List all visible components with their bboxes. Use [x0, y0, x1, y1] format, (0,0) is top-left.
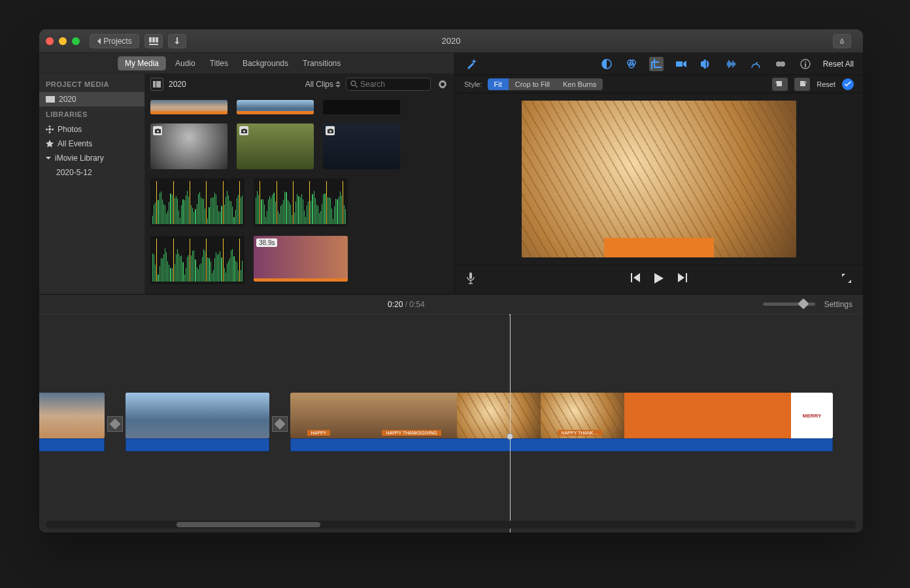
clip-filter-dropdown[interactable]: All Clips: [305, 80, 341, 89]
media-settings-button[interactable]: [436, 78, 449, 91]
camera-icon: [153, 126, 162, 135]
reset-crop-button[interactable]: Reset: [817, 80, 835, 88]
traffic-lights: [46, 37, 80, 45]
reset-all-button[interactable]: Reset All: [823, 59, 854, 69]
svg-rect-16: [469, 272, 472, 279]
magic-wand-icon[interactable]: [464, 57, 479, 71]
media-toolbar: 2020 All Clips Search: [145, 74, 454, 95]
mymedia-segment: My Media: [118, 56, 166, 71]
chevron-down-icon: [46, 155, 51, 161]
media-clip[interactable]: 38.9s: [254, 236, 348, 282]
media-clip[interactable]: [150, 123, 228, 169]
media-audio-clip[interactable]: [254, 178, 348, 227]
media-audio-clip[interactable]: [150, 178, 244, 227]
fullscreen-button[interactable]: [842, 274, 851, 286]
timeline-settings-button[interactable]: Settings: [824, 300, 852, 309]
preview-frame[interactable]: [522, 101, 796, 257]
sidebar-head-libraries: LIBRARIES: [39, 106, 144, 122]
crop-style-segment: Fit Crop to Fill Ken Burns: [488, 78, 603, 90]
microphone-icon: [467, 272, 475, 284]
style-crop[interactable]: Crop to Fill: [509, 78, 556, 90]
tab-transitions[interactable]: Transitions: [303, 59, 341, 68]
library-sidebar: PROJECT MEDIA 2020 LIBRARIES Photos All …: [39, 74, 145, 294]
timeline-header: 0:20 / 0:54 Settings: [39, 295, 863, 314]
play-button[interactable]: [654, 273, 664, 286]
filters-icon[interactable]: [773, 57, 788, 71]
back-label: Projects: [103, 37, 131, 46]
stabilization-icon[interactable]: [674, 57, 688, 71]
title-overlay: [604, 238, 714, 257]
media-audio-clip[interactable]: [150, 236, 244, 284]
crop-tool-icon[interactable]: [649, 57, 664, 71]
import-button[interactable]: [144, 34, 163, 48]
media-clip[interactable]: [150, 100, 228, 114]
speed-icon[interactable]: [749, 57, 763, 71]
sidebar-event-2020-5-12[interactable]: 2020-5-12: [39, 165, 144, 180]
rotate-cw-button[interactable]: [794, 78, 810, 91]
preview-viewer: [455, 93, 863, 265]
media-left-columns: PROJECT MEDIA 2020 LIBRARIES Photos All …: [39, 74, 454, 294]
timeline-track-area[interactable]: HAPPY HAPPY THANKSGIVING HAPPY THANK… ME…: [39, 314, 863, 532]
svg-point-2: [49, 131, 51, 133]
style-label: Style:: [464, 80, 482, 88]
svg-point-0: [48, 128, 51, 131]
minimize-window-button[interactable]: [59, 37, 67, 45]
next-frame-button[interactable]: [678, 273, 687, 286]
color-balance-icon[interactable]: [599, 57, 614, 71]
apply-crop-button[interactable]: [842, 78, 854, 90]
prev-frame-button[interactable]: [631, 273, 640, 286]
noise-reduction-icon[interactable]: [724, 57, 738, 71]
timeline-clip[interactable]: [39, 393, 105, 438]
timeline-clip[interactable]: [126, 393, 269, 438]
style-fit[interactable]: Fit: [488, 78, 509, 90]
info-icon[interactable]: [798, 57, 813, 71]
star-icon: [46, 140, 54, 148]
volume-icon[interactable]: [699, 57, 713, 71]
sidebar-project-2020[interactable]: 2020: [39, 92, 144, 106]
layout-toggle-button[interactable]: [150, 78, 163, 91]
sidebar-head-project: PROJECT MEDIA: [39, 76, 144, 92]
playhead[interactable]: [510, 314, 511, 532]
close-window-button[interactable]: [46, 37, 54, 45]
timeline-scrollbar[interactable]: [46, 521, 856, 529]
fullscreen-window-button[interactable]: [72, 37, 80, 45]
transition-marker[interactable]: [107, 416, 123, 432]
timeline-panel: 0:20 / 0:54 Settings: [39, 295, 863, 532]
playhead-time: 0:20: [388, 300, 403, 309]
tab-audio[interactable]: Audio: [175, 59, 195, 68]
gear-icon: [438, 80, 447, 89]
flower-icon: [46, 125, 54, 133]
back-to-projects-button[interactable]: Projects: [90, 34, 139, 48]
playback-controls: [455, 265, 863, 294]
transition-marker[interactable]: [272, 416, 288, 432]
playhead-anchor: [507, 433, 513, 440]
sort-icon: [335, 81, 341, 88]
media-event-name: 2020: [169, 80, 186, 89]
window-title: 2020: [39, 36, 863, 46]
media-clip[interactable]: [323, 123, 400, 169]
total-duration: 0:54: [409, 300, 424, 309]
tab-my-media[interactable]: My Media: [118, 57, 165, 70]
media-clip[interactable]: [323, 100, 400, 114]
media-clip[interactable]: [237, 123, 314, 169]
project-name-label: 2020: [59, 95, 76, 104]
svg-point-1: [49, 125, 51, 127]
svg-point-4: [52, 129, 54, 131]
download-button[interactable]: [168, 34, 186, 48]
timeline-zoom-slider[interactable]: [763, 302, 815, 306]
share-button[interactable]: [833, 34, 851, 48]
media-clip[interactable]: [237, 100, 314, 114]
record-voiceover-button[interactable]: [467, 272, 475, 287]
sidebar-item-all-events[interactable]: All Events: [39, 137, 144, 151]
timeline-clip[interactable]: HAPPY HAPPY THANKSGIVING HAPPY THANK… ME…: [290, 393, 833, 438]
tab-backgrounds[interactable]: Backgrounds: [243, 59, 288, 68]
inspector-toolbar: Reset All: [455, 53, 863, 75]
style-kenburns[interactable]: Ken Burns: [556, 78, 603, 90]
sidebar-item-imovie-library[interactable]: iMovie Library: [39, 151, 144, 165]
rotate-ccw-button[interactable]: [772, 78, 788, 91]
sidebar-item-photos[interactable]: Photos: [39, 122, 144, 137]
color-correction-icon[interactable]: [624, 57, 639, 71]
tab-titles[interactable]: Titles: [210, 59, 228, 68]
search-input[interactable]: Search: [346, 78, 431, 91]
camera-icon: [326, 126, 335, 135]
